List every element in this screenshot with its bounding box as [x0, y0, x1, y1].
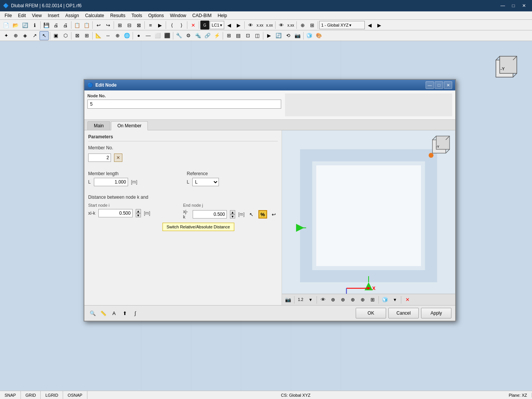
search-btn[interactable]: 🔍	[88, 309, 97, 318]
ynum-btn[interactable]: x.xx	[265, 21, 274, 30]
menu-calculate[interactable]: Calculate	[82, 11, 107, 19]
tool2-btn[interactable]: ⊞	[307, 21, 317, 30]
shape2-btn[interactable]: ⬡	[61, 31, 70, 40]
eye2-btn[interactable]: 👁	[277, 21, 286, 30]
snap3-btn[interactable]: ◈	[21, 31, 30, 40]
tab-main[interactable]: Main	[87, 121, 110, 130]
menu-options[interactable]: Options	[145, 11, 167, 19]
coord-next[interactable]: ▶	[375, 21, 384, 30]
snap2-btn[interactable]: ⊕	[11, 31, 20, 40]
node-btn[interactable]: ●	[134, 31, 143, 40]
print2-btn[interactable]: 🖨	[61, 21, 70, 30]
open-btn[interactable]: 📂	[11, 21, 20, 30]
nav1-btn[interactable]: ⟨	[167, 21, 176, 30]
menu-help[interactable]: Help	[215, 11, 230, 19]
perspective-btn[interactable]: ⟲	[283, 31, 293, 40]
dr-btn12[interactable]: ✕	[403, 295, 412, 304]
tool4-btn[interactable]: 🔧	[174, 31, 184, 40]
dialog-maximize[interactable]: □	[435, 81, 443, 89]
font-btn[interactable]: A	[109, 309, 119, 318]
menu-view[interactable]: View	[29, 11, 45, 19]
snap-btn[interactable]: ✦	[2, 31, 11, 40]
apply-button[interactable]: Apply	[421, 308, 451, 318]
xi-k-down[interactable]: ▼	[136, 213, 141, 217]
close-button[interactable]: ✕	[519, 2, 529, 10]
menu-tools[interactable]: Tools	[128, 11, 145, 19]
camera-btn[interactable]: 📷	[293, 31, 302, 40]
save-btn[interactable]: 💾	[42, 21, 51, 30]
dr-btn3[interactable]: ▾	[306, 295, 315, 304]
tool7-btn[interactable]: 🔗	[203, 31, 212, 40]
nav2-btn[interactable]: ⟩	[177, 21, 186, 30]
maximize-button[interactable]: □	[508, 2, 518, 10]
xnum2-btn[interactable]: x.xx	[286, 21, 295, 30]
dr-btn8[interactable]: ⊕	[358, 295, 367, 304]
calc-btn[interactable]: ≡	[146, 21, 155, 30]
tool12-btn[interactable]: ◫	[253, 31, 262, 40]
table3-btn[interactable]: ⊠	[134, 21, 143, 30]
status-osnap[interactable]: OSNAP	[63, 391, 87, 399]
member-pick-btn[interactable]: ✕	[114, 154, 122, 162]
ok-button[interactable]: OK	[356, 308, 386, 318]
percent-btn[interactable]: %	[258, 210, 267, 218]
menu-edit[interactable]: Edit	[15, 11, 29, 19]
lc-next[interactable]: ▶	[234, 21, 243, 30]
info-btn[interactable]: ℹ	[30, 21, 39, 30]
dr-btn11[interactable]: ▾	[390, 295, 399, 304]
render-btn[interactable]: 🎨	[314, 31, 323, 40]
export-btn[interactable]: ⬆	[120, 309, 129, 318]
redo-btn[interactable]: ↪	[103, 21, 112, 30]
dialog-close[interactable]: ✕	[444, 81, 452, 89]
menu-file[interactable]: File	[2, 11, 15, 19]
recent-btn[interactable]: 🔄	[21, 21, 30, 30]
solid-btn[interactable]: ⬛	[163, 31, 172, 40]
xi-k-spinner[interactable]: ▲ ▼	[136, 209, 141, 217]
tool1-btn[interactable]: ⊕	[298, 21, 307, 30]
shape1-btn[interactable]: ▣	[51, 31, 60, 40]
rotate-btn[interactable]: 🔄	[274, 31, 283, 40]
member-btn[interactable]: —	[144, 31, 153, 40]
status-lgrid[interactable]: LGRID	[41, 391, 63, 399]
dr-btn2[interactable]: 1.2	[296, 295, 305, 304]
cursor-btn[interactable]: ↖	[248, 210, 255, 218]
cancel-button[interactable]: Cancel	[388, 308, 419, 318]
formula-btn[interactable]: ∫	[131, 309, 140, 318]
status-snap[interactable]: SNAP	[0, 391, 21, 399]
xj-k-down[interactable]: ▼	[230, 214, 235, 218]
view1-btn[interactable]: ⊠	[73, 31, 82, 40]
xi-k-input[interactable]	[98, 209, 133, 217]
xi-k-up[interactable]: ▲	[136, 209, 141, 213]
view-cube-small[interactable]: -Y	[431, 134, 451, 157]
dialog-titlebar[interactable]: 🔵 Edit Node — □ ✕	[84, 80, 455, 90]
dr-btn5[interactable]: ⊕	[328, 295, 337, 304]
lc-dropdown[interactable]: LC1 ▾	[210, 21, 224, 29]
xnum-btn[interactable]: x.xx	[255, 21, 264, 30]
tool6-btn[interactable]: 🔩	[193, 31, 203, 40]
tab-on-member[interactable]: On Member	[111, 121, 148, 130]
dr-btn4[interactable]: 👁	[318, 295, 328, 304]
table2-btn[interactable]: ⊟	[125, 21, 134, 30]
anim-btn[interactable]: ▶	[264, 31, 274, 40]
coord-sys-dropdown[interactable]: 1 - Global XYZ ▾	[319, 21, 365, 29]
tool8-btn[interactable]: ⚡	[212, 31, 222, 40]
member-no-input[interactable]	[88, 154, 111, 162]
arrow-btn[interactable]: ↖	[40, 31, 49, 40]
global-btn[interactable]: 🌐	[122, 31, 131, 40]
reset-btn[interactable]: ↩	[270, 210, 278, 218]
3d-btn[interactable]: 🧊	[305, 31, 314, 40]
dr-btn6[interactable]: ⊕	[338, 295, 347, 304]
dr-btn10[interactable]: 🧊	[380, 295, 390, 304]
coord-prev[interactable]: ◀	[365, 21, 374, 30]
ruler-btn[interactable]: 📏	[99, 309, 108, 318]
table-btn[interactable]: ⊞	[115, 21, 124, 30]
reference-select[interactable]: L %	[192, 178, 219, 186]
undo-btn[interactable]: ↩	[94, 21, 103, 30]
menu-insert[interactable]: Insert	[45, 11, 62, 19]
minimize-button[interactable]: —	[498, 2, 508, 10]
run-btn[interactable]: ▶	[155, 21, 165, 30]
menu-window[interactable]: Window	[167, 11, 189, 19]
eye-btn[interactable]: 👁	[246, 21, 255, 30]
dr-btn9[interactable]: ⊞	[368, 295, 377, 304]
dr-btn7[interactable]: ⊕	[348, 295, 357, 304]
node-no-input[interactable]	[87, 100, 281, 109]
